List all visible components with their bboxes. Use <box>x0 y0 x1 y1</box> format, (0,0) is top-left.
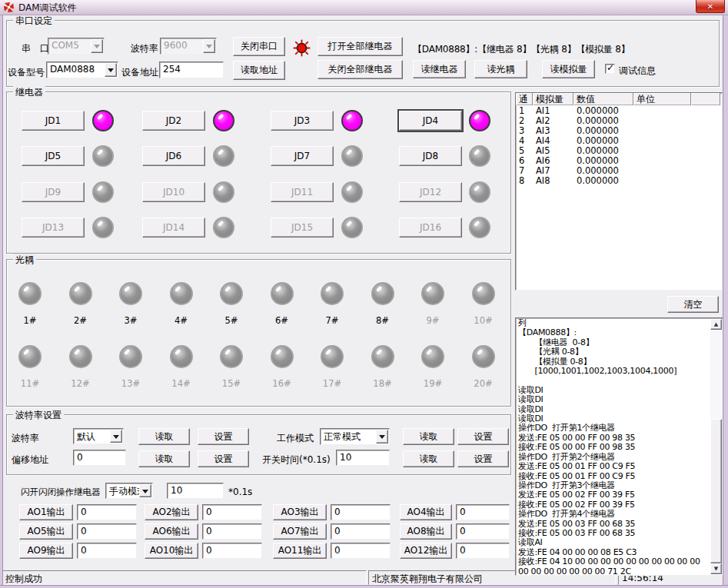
ao-output-button-11[interactable]: AO11输出 <box>273 543 327 559</box>
application-window: DAM调试软件 ✕ 串口设定 串 口 COM5 波特率 9600 关闭串口 打开… <box>0 0 728 588</box>
ao-output-input-8[interactable]: 0 <box>456 523 510 540</box>
ao-output-button-3[interactable]: AO3输出 <box>273 504 327 520</box>
ao-output-input-7[interactable]: 0 <box>331 523 391 540</box>
log-area[interactable]: 列 【DAM0888】: 【继电器 0-8】 【光耦 0-8】 【模拟量 0-8… <box>515 317 723 576</box>
log-text[interactable]: 列 【DAM0888】: 【继电器 0-8】 【光耦 0-8】 【模拟量 0-8… <box>518 319 710 574</box>
log-scrollbar[interactable]: ▲ ▼ <box>710 319 722 574</box>
window-title: DAM调试软件 <box>18 2 77 15</box>
ao-output-input-3[interactable]: 0 <box>331 504 391 520</box>
ao-output-button-6[interactable]: AO6输出 <box>145 523 198 540</box>
ao-output-input-10[interactable]: 0 <box>202 543 262 559</box>
ao-output-input-9[interactable]: 0 <box>77 543 137 559</box>
ao-output-button-10[interactable]: AO10输出 <box>145 543 198 559</box>
ao-output-input-2[interactable]: 0 <box>202 504 262 520</box>
window-edge-bottom <box>0 585 728 588</box>
ao-output-input-4[interactable]: 0 <box>456 504 510 520</box>
ao-output-button-8[interactable]: AO8输出 <box>400 523 452 540</box>
ao-output-button-1[interactable]: AO1输出 <box>19 504 73 520</box>
ao-output-input-5[interactable]: 0 <box>77 523 137 540</box>
ao-output-input-12[interactable]: 0 <box>456 543 510 559</box>
status-message: 控制成功 <box>2 570 367 585</box>
ao-output-button-9[interactable]: AO9输出 <box>19 543 73 559</box>
ao-output-button-4[interactable]: AO4输出 <box>400 504 452 520</box>
close-button[interactable]: ✕ <box>696 0 725 13</box>
ao-output-input-6[interactable]: 0 <box>202 523 262 540</box>
window-edge-right <box>723 15 728 588</box>
scroll-up-icon[interactable]: ▲ <box>710 319 722 330</box>
scroll-down-icon[interactable]: ▼ <box>710 563 722 574</box>
ao-output-input-1[interactable]: 0 <box>77 504 137 520</box>
window-titlebar: DAM调试软件 <box>0 0 728 15</box>
ao-output-button-12[interactable]: AO12输出 <box>400 543 452 559</box>
ao-output-button-7[interactable]: AO7输出 <box>273 523 327 540</box>
scrollbar-thumb[interactable] <box>710 419 722 563</box>
ao-output-button-5[interactable]: AO5输出 <box>19 523 73 540</box>
app-icon <box>3 2 15 13</box>
window-edge-left <box>0 15 3 588</box>
ao-output-input-11[interactable]: 0 <box>331 543 391 559</box>
ao-output-button-2[interactable]: AO2输出 <box>145 504 198 520</box>
